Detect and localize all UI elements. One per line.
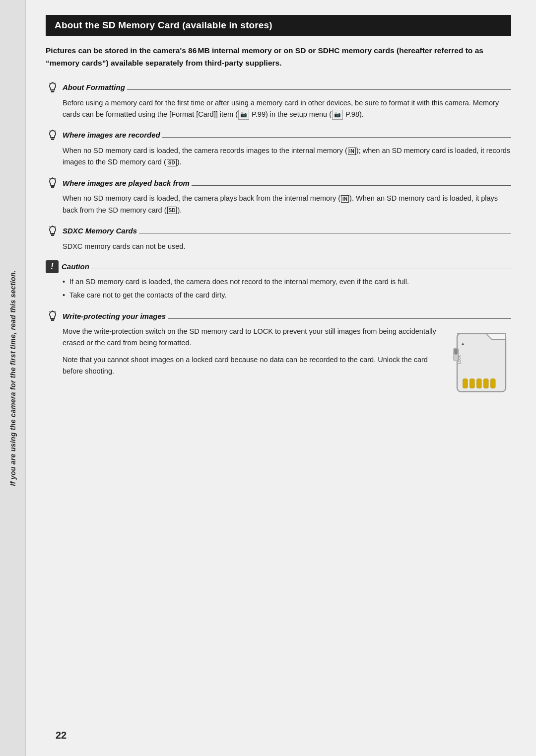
sdxc-header-row: SDXC Memory Cards (63, 227, 511, 235)
where-recorded-dash (162, 137, 511, 138)
page: If you are using the camera for the firs… (0, 0, 536, 756)
where-recorded-body: When no SD memory card is loaded, the ca… (63, 145, 511, 168)
write-protecting-title: Write-protecting your images (63, 312, 166, 320)
caution-bullet-list: If an SD memory card is loaded, the came… (63, 276, 511, 301)
where-played-header-row: Where images are played back from (63, 179, 511, 187)
svg-rect-30 (484, 379, 488, 388)
where-recorded-header-row: Where images are recorded (63, 131, 511, 139)
caution-header-row: Caution (62, 262, 511, 271)
sdxc-body: SDXC memory cards can not be used. (63, 241, 511, 252)
svg-text:LOCK: LOCK (458, 355, 461, 364)
lightbulb-icon (46, 80, 60, 94)
sidebar-text: If you are using the camera for the firs… (9, 270, 17, 486)
lightbulb-icon-3 (46, 176, 60, 190)
ref-icon-1: 📷 (238, 110, 249, 120)
write-protecting-body1: Move the write-protection switch on the … (63, 326, 442, 349)
ref-icon-2: 📷 (332, 110, 343, 120)
badge-in-2: IN (341, 195, 349, 203)
tip-header-write-protecting: Write-protecting your images (46, 309, 511, 323)
tip-header-where-played: Where images are played back from (46, 176, 511, 190)
where-played-dash (192, 185, 511, 186)
svg-line-24 (56, 311, 56, 312)
tip-header-where-recorded: Where images are recorded (46, 128, 511, 142)
caution-bullet-1: If an SD memory card is loaded, the came… (63, 276, 511, 288)
svg-line-23 (50, 311, 50, 312)
section-where-images-played: Where images are played back from When n… (46, 176, 511, 216)
badge-sd-2: SD (167, 207, 177, 214)
caution-bullet-2: Take care not to get the contacts of the… (63, 290, 511, 301)
section-header: About the SD Memory Card (available in s… (46, 15, 511, 36)
lightbulb-icon-2 (46, 128, 60, 142)
sd-card-image: ▲ LOCK (452, 328, 511, 397)
svg-rect-31 (491, 379, 495, 388)
write-protecting-body2: Note that you cannot shoot images on a l… (63, 354, 442, 377)
sdxc-title: SDXC Memory Cards (63, 227, 137, 235)
write-protecting-text: Move the write-protection switch on the … (46, 326, 442, 379)
svg-line-13 (50, 178, 50, 179)
svg-line-19 (56, 227, 56, 227)
sdxc-dash (139, 233, 511, 233)
svg-rect-27 (463, 379, 468, 388)
section-where-images-recorded: Where images are recorded When no SD mem… (46, 128, 511, 168)
tip-header-caution: ! Caution (46, 260, 511, 273)
sd-card-svg: ▲ LOCK (452, 328, 511, 397)
section-about-formatting: About Formatting Before using a memory c… (46, 80, 511, 120)
svg-text:▲: ▲ (461, 341, 465, 346)
section-write-protecting: Write-protecting your images Move the wr… (46, 309, 511, 397)
lightbulb-icon-5 (46, 309, 60, 323)
svg-line-4 (56, 83, 56, 83)
tip-header-about-formatting: About Formatting (46, 80, 511, 94)
section-sdxc: SDXC Memory Cards SDXC memory cards can … (46, 224, 511, 252)
svg-line-3 (50, 83, 50, 83)
about-formatting-header-row: About Formatting (63, 83, 511, 91)
intro-paragraph: Pictures can be stored in the camera's 8… (46, 45, 511, 70)
svg-rect-29 (477, 379, 481, 388)
write-protecting-header-row: Write-protecting your images (63, 312, 511, 320)
badge-in-1: IN (348, 148, 356, 155)
svg-line-8 (50, 131, 50, 131)
lightbulb-icon-4 (46, 224, 60, 238)
write-protecting-dash (168, 318, 511, 319)
tip-header-sdxc: SDXC Memory Cards (46, 224, 511, 238)
svg-line-14 (56, 178, 56, 179)
about-formatting-dash (127, 89, 511, 90)
svg-rect-33 (454, 349, 458, 355)
main-content: About the SD Memory Card (available in s… (26, 0, 536, 756)
caution-dash (91, 269, 511, 269)
svg-line-9 (56, 131, 56, 131)
badge-sd-1: SD (167, 159, 177, 166)
svg-rect-28 (470, 379, 474, 388)
sidebar: If you are using the camera for the firs… (0, 0, 26, 756)
write-protecting-content: Move the write-protection switch on the … (46, 326, 511, 397)
svg-line-18 (50, 227, 50, 227)
where-played-body: When no SD memory card is loaded, the ca… (63, 193, 511, 216)
section-caution: ! Caution If an SD memory card is loaded… (46, 260, 511, 301)
about-formatting-title: About Formatting (63, 83, 125, 91)
where-played-title: Where images are played back from (63, 179, 190, 187)
caution-icon: ! (46, 260, 59, 273)
where-recorded-title: Where images are recorded (63, 131, 160, 139)
caution-title: Caution (62, 262, 89, 271)
page-number: 22 (56, 730, 67, 741)
about-formatting-body: Before using a memory card for the first… (63, 97, 511, 120)
